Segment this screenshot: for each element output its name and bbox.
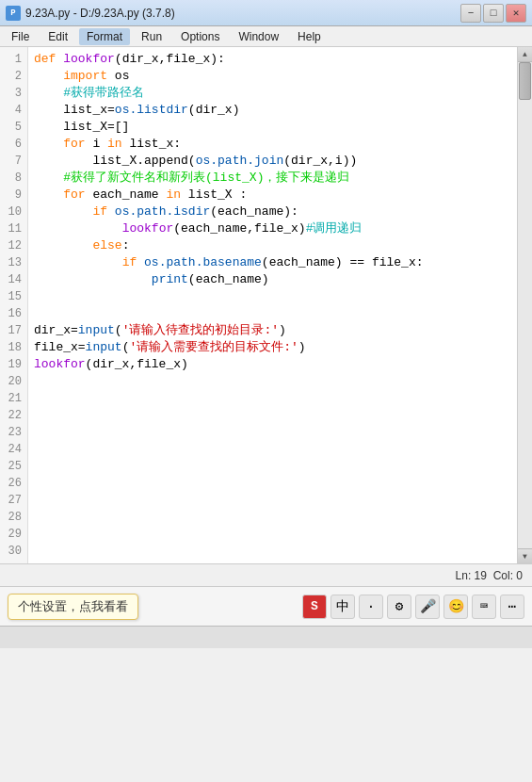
code-editor: 12345 678910 1112131415 1617181920 21222… — [0, 47, 532, 563]
code-line-23 — [34, 424, 517, 441]
ime-mode-button[interactable]: 中 — [330, 595, 355, 619]
code-line-3: #获得带路径名 — [34, 85, 517, 102]
title-text: 9.23A.py - D:/9.23A.py (3.7.8) — [25, 7, 175, 20]
maximize-button[interactable]: □ — [483, 4, 504, 23]
code-line-4: list_x=os.listdir(dir_x) — [34, 102, 517, 119]
menu-edit[interactable]: Edit — [40, 28, 75, 45]
code-line-12: else: — [34, 237, 517, 254]
window-controls: − □ ✕ — [460, 4, 526, 23]
status-bar: Ln: 19 Col: 0 — [0, 563, 532, 586]
menu-format[interactable]: Format — [79, 28, 130, 45]
code-line-28 — [34, 509, 517, 526]
code-line-20 — [34, 373, 517, 390]
scroll-track[interactable] — [518, 62, 532, 548]
menu-file[interactable]: File — [4, 28, 37, 45]
minimize-button[interactable]: − — [460, 4, 481, 23]
code-line-21 — [34, 390, 517, 407]
scroll-thumb[interactable] — [519, 62, 531, 100]
code-line-30 — [34, 543, 517, 560]
ln-status: Ln: 19 — [456, 569, 487, 582]
code-line-8: #获得了新文件名和新列表(list_X)，接下来是递归 — [34, 170, 517, 187]
ime-emoji-button[interactable]: 😊 — [443, 595, 468, 619]
code-line-6: for i in list_x: — [34, 136, 517, 153]
code-line-11: lookfor(each_name,file_x)#调用递归 — [34, 220, 517, 237]
title-bar: P 9.23A.py - D:/9.23A.py (3.7.8) − □ ✕ — [0, 0, 532, 26]
code-line-13: if os.path.basename(each_name) == file_x… — [34, 254, 517, 271]
vertical-scrollbar[interactable]: ▲ ▼ — [517, 47, 532, 563]
ime-keyboard-button[interactable]: ⌨ — [472, 595, 496, 619]
code-line-25 — [34, 458, 517, 475]
code-line-29 — [34, 526, 517, 543]
code-line-18: file_x=input('请输入需要查找的目标文件:') — [34, 339, 517, 356]
code-line-17: dir_x=input('请输入待查找的初始目录:') — [34, 322, 517, 339]
ime-tooltip[interactable]: 个性设置，点我看看 — [8, 594, 138, 620]
title-bar-left: P 9.23A.py - D:/9.23A.py (3.7.8) — [6, 6, 175, 21]
code-line-5: list_X=[] — [34, 119, 517, 136]
app-icon: P — [6, 6, 21, 21]
menu-bar: File Edit Format Run Options Window Help — [0, 26, 532, 47]
code-lines[interactable]: def lookfor(dir_x,file_x): import os #获得… — [28, 47, 517, 563]
ime-icons: S 中 · ⚙ 🎤 😊 ⌨ ⋯ — [302, 595, 524, 619]
ime-punctuation-button[interactable]: · — [359, 595, 383, 619]
ime-settings-button[interactable]: ⚙ — [387, 595, 411, 619]
menu-window[interactable]: Window — [231, 28, 286, 45]
scroll-down-button[interactable]: ▼ — [518, 548, 532, 563]
code-line-16 — [34, 305, 517, 322]
ime-logo[interactable]: S — [302, 595, 327, 619]
code-line-22 — [34, 407, 517, 424]
scroll-up-button[interactable]: ▲ — [518, 47, 532, 62]
code-line-27 — [34, 492, 517, 509]
taskbar — [0, 626, 532, 648]
close-button[interactable]: ✕ — [506, 4, 526, 23]
menu-run[interactable]: Run — [134, 28, 169, 45]
code-line-24 — [34, 441, 517, 458]
code-line-10: if os.path.isdir(each_name): — [34, 204, 517, 220]
code-line-7: list_X.append(os.path.join(dir_x,i)) — [34, 153, 517, 170]
menu-options[interactable]: Options — [173, 28, 227, 45]
code-line-15 — [34, 288, 517, 305]
code-line-2: import os — [34, 68, 517, 85]
ime-bar: 个性设置，点我看看 S 中 · ⚙ 🎤 😊 ⌨ ⋯ — [0, 586, 532, 626]
code-line-9: for each_name in list_X : — [34, 187, 517, 204]
code-line-1: def lookfor(dir_x,file_x): — [34, 51, 517, 68]
col-status: Col: 0 — [493, 569, 523, 582]
ime-more-button[interactable]: ⋯ — [500, 595, 524, 619]
code-line-19: lookfor(dir_x,file_x) — [34, 356, 517, 373]
ime-voice-button[interactable]: 🎤 — [415, 595, 440, 619]
code-line-26 — [34, 475, 517, 492]
code-line-14: print(each_name) — [34, 271, 517, 288]
line-numbers: 12345 678910 1112131415 1617181920 21222… — [0, 47, 28, 563]
menu-help[interactable]: Help — [290, 28, 329, 45]
